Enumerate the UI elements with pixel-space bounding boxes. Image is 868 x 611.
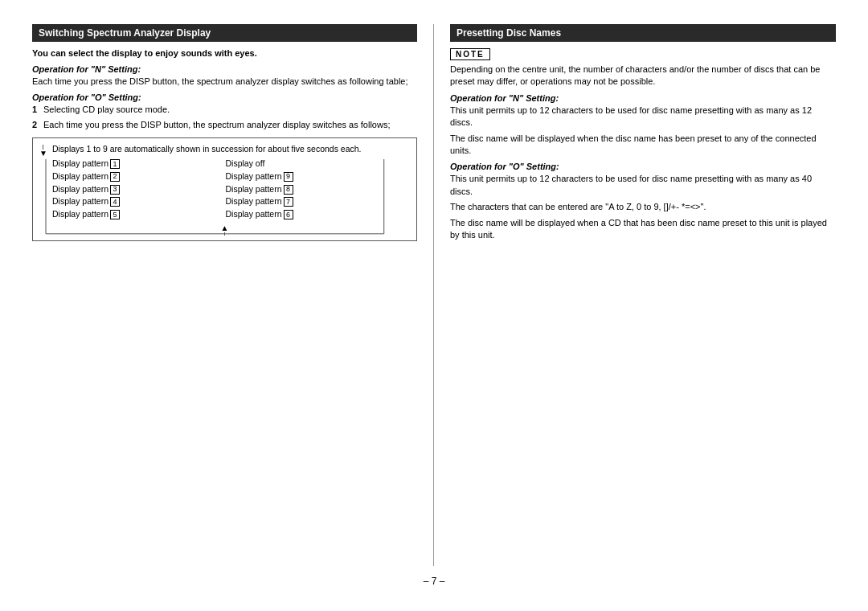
diag-num-r8: 8 — [284, 185, 293, 195]
diag-num-2: 2 — [110, 172, 120, 182]
diag-text-5: Display pattern — [52, 208, 108, 221]
page: Switching Spectrum Analyzer Display You … — [0, 0, 868, 611]
diag-text-3: Display pattern — [52, 183, 108, 196]
diag-text-r9: Display pattern — [226, 170, 282, 183]
diag-text-4: Display pattern — [52, 195, 108, 208]
diag-num-r7: 7 — [284, 197, 293, 207]
step-1-num: 1 — [32, 104, 40, 116]
left-column: Switching Spectrum Analyzer Display You … — [32, 24, 434, 566]
left-intro: You can select the display to enjoy soun… — [32, 48, 417, 58]
page-number: – 7 – — [32, 576, 836, 587]
op-n-text1-right: This unit permits up to 12 characters to… — [450, 105, 836, 129]
diagram-left-col: Display pattern 1 Display pattern 2 Disp… — [52, 158, 226, 221]
step-2: 2 Each time you press the DISP button, t… — [32, 119, 417, 131]
op-o-text2-right: The characters that can be entered are "… — [450, 201, 836, 213]
right-section-header: Presetting Disc Names — [450, 24, 836, 42]
diag-row-1: Display pattern 1 — [52, 158, 226, 170]
op-o-text1-right: This unit permits up to 12 characters to… — [450, 173, 836, 198]
diag-row-2: Display pattern 2 — [52, 170, 226, 183]
op-n-label-left: Operation for "N" Setting: — [32, 64, 417, 74]
step-1-text: Selecting CD play source mode. — [43, 104, 170, 116]
op-o-text3-right: The disc name will be displayed when a C… — [450, 217, 836, 242]
diagram-auto-text: Displays 1 to 9 are automatically shown … — [52, 143, 362, 155]
note-label: NOTE — [450, 48, 490, 60]
op-n-text2-right: The disc name will be displayed when the… — [450, 133, 836, 158]
diag-text-2: Display pattern — [52, 170, 108, 183]
left-section-header: Switching Spectrum Analyzer Display — [32, 24, 417, 42]
diag-row-3: Display pattern 3 — [52, 183, 226, 196]
op-n-text-left: Each time you press the DISP button, the… — [32, 76, 417, 88]
op-o-label-left: Operation for "O" Setting: — [32, 92, 417, 102]
step-2-text: Each time you press the DISP button, the… — [43, 119, 390, 131]
columns: Switching Spectrum Analyzer Display You … — [32, 24, 836, 566]
diag-num-4: 4 — [110, 197, 120, 207]
step-1: 1 Selecting CD play source mode. — [32, 104, 417, 116]
diag-text-r7: Display pattern — [226, 195, 282, 208]
diag-num-1: 1 — [110, 159, 120, 169]
right-column: Presetting Disc Names NOTE Depending on … — [434, 24, 836, 566]
note-text: Depending on the centre unit, the number… — [450, 64, 836, 88]
diag-row-off: Display off — [226, 158, 399, 170]
diag-row-8: Display pattern 8 — [226, 183, 399, 196]
diag-num-5: 5 — [110, 210, 120, 219]
diag-row-4: Display pattern 4 — [52, 195, 226, 208]
diag-num-r6: 6 — [284, 210, 293, 219]
diag-row-9: Display pattern 9 — [226, 170, 399, 183]
diag-row-5: Display pattern 5 — [52, 208, 226, 221]
diagram-box: ▼ Displays 1 to 9 are automatically show… — [32, 137, 417, 241]
diagram-right-col: Display off Display pattern 9 Display pa… — [226, 158, 399, 221]
diag-row-6: Display pattern 6 — [226, 208, 399, 221]
diag-text-1: Display pattern — [52, 158, 108, 170]
op-o-label-right: Operation for "O" Setting: — [450, 162, 836, 171]
op-n-label-right: Operation for "N" Setting: — [450, 93, 836, 103]
diag-num-r9: 9 — [284, 172, 293, 182]
diag-text-off: Display off — [226, 158, 265, 170]
diag-text-r6: Display pattern — [226, 208, 282, 221]
diag-text-r8: Display pattern — [226, 183, 282, 196]
diag-row-7: Display pattern 7 — [226, 195, 399, 208]
step-2-num: 2 — [32, 119, 40, 131]
diag-num-3: 3 — [110, 185, 120, 195]
